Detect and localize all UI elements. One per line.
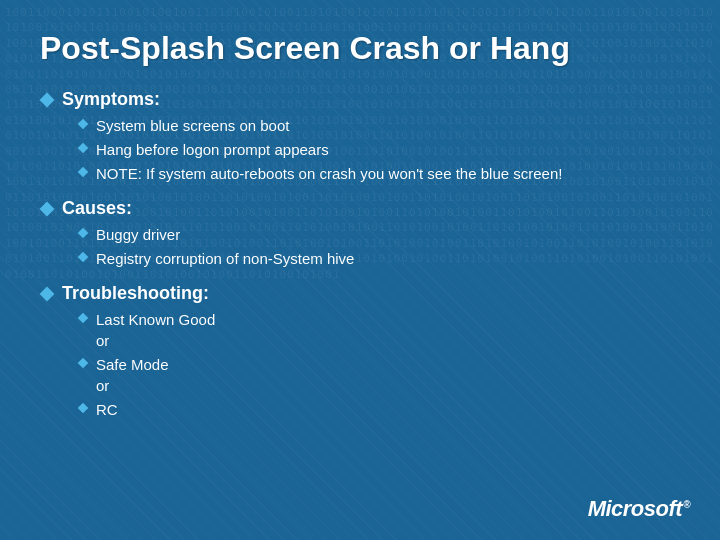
bullet-icon: [78, 252, 89, 263]
symptoms-bullet-diamond: [40, 93, 55, 108]
causes-bullet-diamond: [40, 202, 55, 217]
troubleshooting-label: Troubleshooting:: [40, 283, 680, 304]
list-item: Hang before logon prompt appears: [78, 139, 680, 160]
causes-label: Causes:: [40, 198, 680, 219]
troubleshooting-section: Troubleshooting: Last Known Good or Safe…: [40, 283, 680, 420]
slide-title: Post-Splash Screen Crash or Hang: [40, 30, 680, 67]
list-item: Registry corruption of non-System hive: [78, 248, 680, 269]
bullet-icon: [78, 143, 89, 154]
causes-section: Causes: Buggy driver Registry corruption…: [40, 198, 680, 269]
bullet-icon: [78, 403, 89, 414]
symptoms-section: Symptoms: System blue screens on boot Ha…: [40, 89, 680, 184]
troubleshooting-bullet-diamond: [40, 287, 55, 302]
symptoms-items: System blue screens on boot Hang before …: [78, 115, 680, 184]
troubleshooting-items: Last Known Good or Safe Mode or RC: [78, 309, 680, 420]
symptoms-label: Symptoms:: [40, 89, 680, 110]
microsoft-logo: Microsoft®: [588, 496, 690, 522]
bullet-icon: [78, 119, 89, 130]
bullet-icon: [78, 358, 89, 369]
bullet-icon: [78, 228, 89, 239]
list-item: NOTE: If system auto-reboots on crash yo…: [78, 163, 680, 184]
list-item: RC: [78, 399, 680, 420]
list-item: Last Known Good or: [78, 309, 680, 351]
microsoft-logo-text: Microsoft®: [588, 496, 690, 522]
causes-items: Buggy driver Registry corruption of non-…: [78, 224, 680, 269]
list-item: Buggy driver: [78, 224, 680, 245]
list-item: System blue screens on boot: [78, 115, 680, 136]
slide: Post-Splash Screen Crash or Hang Symptom…: [0, 0, 720, 540]
bullet-icon: [78, 167, 89, 178]
bullet-icon: [78, 313, 89, 324]
list-item: Safe Mode or: [78, 354, 680, 396]
